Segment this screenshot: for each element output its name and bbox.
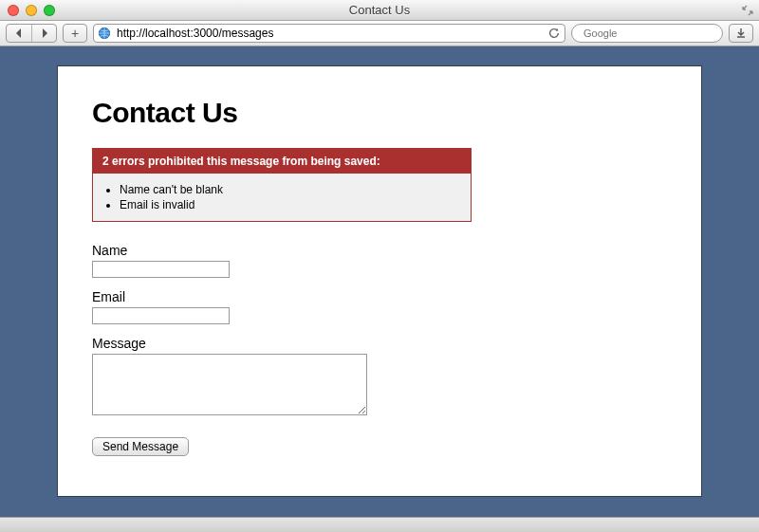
name-label: Name: [92, 243, 667, 258]
message-textarea[interactable]: [92, 354, 367, 415]
status-bar: [0, 517, 759, 532]
plus-icon: +: [71, 26, 79, 41]
window-zoom-button[interactable]: [44, 5, 55, 16]
browser-toolbar: +: [0, 21, 759, 46]
back-button[interactable]: [7, 25, 31, 42]
error-heading: 2 errors prohibited this message from be…: [93, 149, 471, 174]
email-input[interactable]: [92, 307, 230, 324]
downloads-button[interactable]: [729, 24, 753, 43]
window-close-button[interactable]: [8, 5, 19, 16]
browser-viewport: Contact Us 2 errors prohibited this mess…: [0, 46, 759, 532]
error-item: Name can't be blank: [120, 183, 471, 196]
send-message-button[interactable]: Send Message: [92, 437, 189, 456]
message-label: Message: [92, 336, 667, 351]
page-heading: Contact Us: [92, 97, 667, 129]
name-input[interactable]: [92, 261, 230, 278]
search-field[interactable]: [571, 24, 723, 43]
page-content: Contact Us 2 errors prohibited this mess…: [57, 65, 702, 497]
error-list: Name can't be blank Email is invalid: [120, 183, 471, 211]
window-titlebar: Contact Us: [0, 0, 759, 21]
nav-back-forward: [6, 24, 57, 43]
error-explanation: 2 errors prohibited this message from be…: [92, 148, 472, 222]
window-title: Contact Us: [0, 3, 759, 17]
add-bookmark-button[interactable]: +: [63, 24, 87, 43]
error-item: Email is invalid: [120, 198, 471, 211]
email-label: Email: [92, 289, 667, 304]
address-bar[interactable]: [93, 24, 565, 43]
url-input[interactable]: [115, 26, 544, 41]
globe-icon: [98, 27, 111, 40]
download-icon: [735, 28, 747, 39]
reload-icon[interactable]: [547, 27, 561, 40]
window-minimize-button[interactable]: [26, 5, 37, 16]
fullscreen-icon[interactable]: [742, 5, 753, 16]
search-input[interactable]: [582, 27, 716, 40]
forward-button[interactable]: [31, 25, 56, 42]
